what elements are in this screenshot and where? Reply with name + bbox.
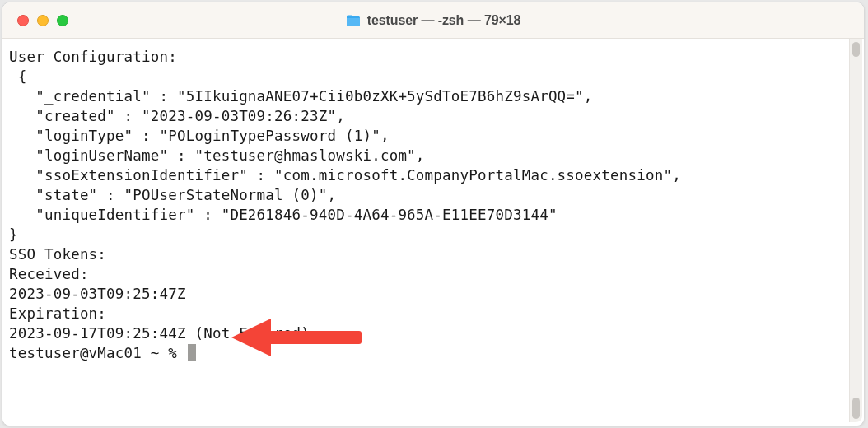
output-line: "loginType" : "POLoginTypePassword (1)", xyxy=(9,126,857,146)
output-line: Expiration: xyxy=(9,304,857,323)
folder-icon xyxy=(346,14,361,27)
output-line: { xyxy=(9,67,857,86)
terminal-output: User Configuration: { "_credential" : "5… xyxy=(2,39,864,371)
output-line: "created" : "2023-09-03T09:26:23Z", xyxy=(9,106,857,126)
scrollbar-thumb-bottom[interactable] xyxy=(852,398,860,419)
output-line: 2023-09-03T09:25:47Z xyxy=(9,284,857,304)
output-line: "ssoExtensionIdentifier" : "com.microsof… xyxy=(9,165,857,185)
output-line: User Configuration: xyxy=(9,47,857,67)
terminal-body[interactable]: User Configuration: { "_credential" : "5… xyxy=(2,39,864,426)
minimize-button[interactable] xyxy=(37,15,49,26)
window-title: testuser — -zsh — 79×18 xyxy=(367,13,521,28)
scrollbar-track[interactable] xyxy=(849,39,862,422)
prompt-text: testuser@vMac01 ~ % xyxy=(9,345,186,361)
maximize-button[interactable] xyxy=(57,15,68,26)
output-line: Received: xyxy=(9,264,857,284)
output-line: "_credential" : "5IIkuignaANE07+Cii0b0zX… xyxy=(9,86,857,106)
prompt-line[interactable]: testuser@vMac01 ~ % xyxy=(9,343,857,363)
terminal-window: testuser — -zsh — 79×18 User Configurati… xyxy=(2,2,865,426)
output-line: 2023-09-17T09:25:44Z (Not Expired) xyxy=(9,323,857,343)
scrollbar-thumb-top[interactable] xyxy=(852,42,860,57)
cursor xyxy=(188,344,196,361)
output-line: SSO Tokens: xyxy=(9,244,857,264)
title-center: testuser — -zsh — 79×18 xyxy=(2,13,864,28)
output-line: "uniqueIdentifier" : "DE261846-940D-4A64… xyxy=(9,205,857,225)
output-line: "loginUserName" : "testuser@hmaslowski.c… xyxy=(9,146,857,165)
close-button[interactable] xyxy=(17,15,29,26)
window-controls xyxy=(2,15,68,26)
window-titlebar[interactable]: testuser — -zsh — 79×18 xyxy=(2,2,864,39)
output-line: "state" : "POUserStateNormal (0)", xyxy=(9,185,857,205)
output-line: } xyxy=(9,225,857,244)
